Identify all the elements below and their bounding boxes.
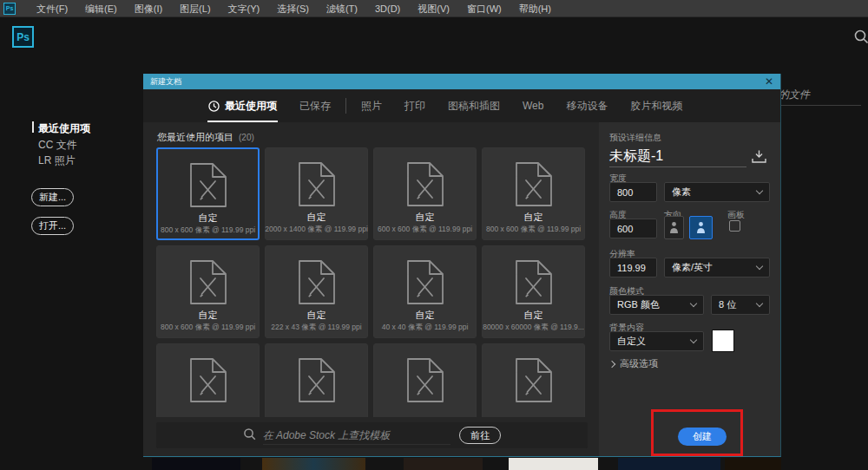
chevron-right-icon (608, 360, 615, 367)
dialog-tab[interactable]: 最近使用项 (197, 89, 288, 122)
card-detail: 80000 x 60000 像素 @ 119.9... (483, 323, 584, 333)
dialog-tab[interactable]: 照片 (350, 89, 393, 122)
recent-item-card[interactable]: 自定800 x 600 像素 @ 119.99 ppi (482, 147, 585, 240)
menu-item[interactable]: 滤镜(T) (318, 0, 366, 17)
height-input[interactable]: 600 (609, 219, 657, 238)
recent-item-card[interactable]: 自定800 x 600 像素 @ 119.99 ppi (156, 245, 260, 338)
advanced-options-label: 高级选项 (620, 357, 658, 370)
sidebar-item-recent[interactable]: 最近使用项 (38, 121, 90, 136)
recent-item-card[interactable]: 自定2000 x 1400 像素 @ 119.99 ppi (265, 147, 368, 240)
card-title: 自定 (307, 310, 326, 320)
card-title: 自定 (307, 212, 326, 222)
background-color-swatch[interactable] (712, 330, 734, 352)
gold-photo-thumbnail[interactable] (725, 458, 781, 470)
artboard-checkbox[interactable] (729, 220, 740, 232)
menu-item[interactable]: 图像(I) (126, 0, 171, 17)
dialog-tab[interactable]: 图稿和插图 (437, 89, 511, 122)
chevron-down-icon (690, 336, 697, 343)
width-input[interactable]: 800 (609, 182, 657, 202)
menu-item[interactable]: 编辑(E) (76, 0, 126, 17)
resolution-input[interactable]: 119.99 (609, 258, 657, 277)
dialog-tab[interactable]: 已保存 (288, 89, 342, 122)
bit-depth-dropdown[interactable]: 8 位 (711, 295, 770, 315)
people-photo-thumbnail[interactable] (404, 458, 483, 470)
recent-item-card[interactable]: 自定40 x 40 像素 @ 119.99 ppi (373, 245, 477, 338)
resolution-unit-value: 像素/英寸 (672, 261, 713, 274)
search-placeholder[interactable]: 在 Adobe Stock 上查找模板 (263, 427, 451, 445)
create-button[interactable]: 创建 (678, 428, 727, 446)
save-preset-icon[interactable] (752, 150, 766, 166)
tab-label: 移动设备 (566, 99, 608, 114)
card-title: 自定 (199, 212, 218, 223)
close-icon[interactable]: ✕ (765, 74, 773, 89)
document-icon (189, 246, 227, 305)
resolution-unit-dropdown[interactable]: 像素/英寸 (664, 258, 770, 277)
go-button[interactable]: 前往 (459, 427, 501, 444)
recent-item-card[interactable] (373, 343, 477, 417)
photoshop-logo: Ps (12, 26, 34, 48)
light-photo-thumbnail[interactable] (509, 458, 598, 470)
preset-details-panel: 预设详细信息 未标题-1 宽度 800 像素 高度 方向 画板 600 分辨率 (599, 122, 780, 456)
tab-label: 已保存 (299, 99, 331, 114)
dialog-title: 新建文档 (150, 76, 181, 88)
card-title: 自定 (416, 310, 435, 320)
menu-items: 文件(F)编辑(E)图像(I)图层(L)文字(Y)选择(S)滤镜(T)3D(D)… (28, 0, 560, 17)
tab-label: 图稿和插图 (448, 99, 500, 114)
menu-item[interactable]: 文字(Y) (220, 0, 269, 17)
background-contents-dropdown[interactable]: 自定义 (609, 331, 704, 351)
recent-item-card[interactable]: 自定80000 x 60000 像素 @ 119.9... (482, 245, 585, 338)
dialog-tab[interactable]: 胶片和视频 (619, 89, 694, 122)
dialog-tab[interactable]: 移动设备 (555, 89, 619, 122)
blue-fireworks-photo-thumbnail[interactable] (618, 458, 720, 470)
menu-item[interactable]: 视图(V) (409, 0, 458, 17)
recent-item-card[interactable] (265, 343, 368, 417)
card-title: 自定 (416, 212, 435, 222)
tab-label: 打印 (404, 99, 425, 114)
advanced-options-toggle[interactable]: 高级选项 (609, 357, 658, 370)
width-unit-dropdown[interactable]: 像素 (664, 182, 770, 202)
recent-items-header: 您最近使用的项目(20) (157, 131, 254, 144)
dialog-tabbar: 最近使用项已保存照片打印图稿和插图Web移动设备胶片和视频 (143, 89, 780, 122)
sidebar-item-cc-files[interactable]: CC 文件 (38, 138, 77, 153)
app-search-icon[interactable] (853, 29, 868, 48)
menu-bar: Ps 文件(F)编辑(E)图像(I)图层(L)文字(Y)选择(S)滤镜(T)3D… (0, 0, 868, 17)
orientation-landscape-button[interactable] (689, 216, 713, 239)
card-detail: 40 x 40 像素 @ 119.99 ppi (382, 323, 469, 333)
sidebar-active-indicator (32, 121, 34, 133)
recent-item-card[interactable]: 自定222 x 43 像素 @ 119.99 ppi (265, 245, 368, 338)
sidebar-item-lr-photos[interactable]: LR 照片 (38, 153, 76, 168)
dialog-tab[interactable]: 打印 (393, 89, 437, 122)
tab-label: 最近使用项 (225, 99, 277, 114)
menu-item[interactable]: 3D(D) (366, 0, 409, 17)
document-icon (189, 149, 227, 208)
new-button[interactable]: 新建... (31, 188, 74, 206)
recent-item-card[interactable]: 自定800 x 600 像素 @ 119.99 ppi (156, 147, 260, 240)
menu-item[interactable]: 图层(L) (171, 0, 219, 17)
recent-item-card[interactable] (482, 343, 585, 417)
menu-item[interactable]: 帮助(H) (510, 0, 560, 17)
document-icon (298, 344, 336, 403)
open-button[interactable]: 打开... (31, 217, 74, 235)
night-photo-thumbnail[interactable] (152, 458, 240, 470)
document-icon (406, 246, 444, 305)
tab-label: 照片 (361, 99, 382, 114)
document-icon (515, 148, 553, 207)
preset-name-underline (609, 166, 746, 167)
menu-item[interactable]: 选择(S) (268, 0, 318, 17)
fireworks-photo-thumbnail[interactable] (262, 458, 365, 470)
preset-name-input[interactable]: 未标题-1 (609, 147, 663, 166)
menu-item[interactable]: 窗口(W) (458, 0, 510, 17)
recent-item-card[interactable]: 自定600 x 600 像素 @ 119.99 ppi (373, 147, 477, 240)
card-title: 自定 (524, 310, 543, 320)
orientation-portrait-button[interactable] (664, 216, 684, 239)
stock-search-bar[interactable]: 在 Adobe Stock 上查找模板 前往 (156, 422, 588, 448)
menu-item[interactable]: 文件(F) (28, 0, 76, 17)
recent-items-grid: 自定800 x 600 像素 @ 119.99 ppi自定2000 x 1400… (156, 147, 588, 417)
document-icon (189, 344, 227, 403)
color-mode-dropdown[interactable]: RGB 颜色 (609, 295, 704, 315)
recent-item-card[interactable] (156, 343, 260, 417)
background-partial-text: 的文件 (779, 88, 810, 102)
document-icon (515, 344, 553, 403)
card-detail: 222 x 43 像素 @ 119.99 ppi (271, 323, 361, 333)
dialog-tab[interactable]: Web (511, 89, 555, 122)
